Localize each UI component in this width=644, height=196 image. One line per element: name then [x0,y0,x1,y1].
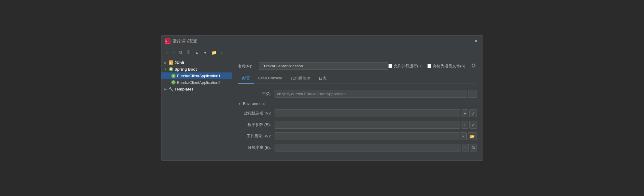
svg-point-15 [173,82,174,83]
svg-point-9 [170,69,171,70]
program-args-add-button[interactable]: + [462,121,468,129]
env-vars-input-group: − ⧉ [275,144,477,152]
move-up-button[interactable]: ▲ [193,49,200,56]
close-button[interactable]: × [473,38,479,44]
tab-config[interactable]: 配置 [238,74,254,84]
tab-grep-console[interactable]: Grep Console [254,74,287,84]
junit-icon: J [169,60,173,65]
environment-label: Environment [243,101,265,106]
env-vars-row: 环境变量 (E): − ⧉ [238,144,477,152]
main-class-row: 主类: ... [238,90,477,98]
svg-text:I: I [166,40,167,43]
junit-label: JUnit [175,60,185,65]
tree-item-app1[interactable]: EurekaClientApplication1 [161,72,232,79]
jvm-input[interactable] [275,109,460,117]
tree-item-templates[interactable]: ▶ 🔧 Templates [161,86,232,92]
app1-label: EurekaClientApplication1 [177,74,221,78]
app-icon: I J [165,38,170,44]
options-gear-button[interactable] [470,63,477,69]
tree-item-app2[interactable]: EurekaClientApplication2 [161,79,232,86]
add-button[interactable]: + [164,49,170,56]
name-input[interactable] [259,62,389,70]
store-file-checkbox[interactable] [427,64,431,68]
jvm-add-button[interactable]: + [462,109,468,117]
spring-boot-label: Spring Boot [175,67,197,72]
env-vars-clipboard-button[interactable]: ⧉ [470,144,477,152]
spring-boot-icon [169,67,173,72]
settings-button[interactable] [185,49,192,56]
folder-button[interactable]: 📁 [210,49,218,56]
app2-icon [171,80,176,85]
tree-item-spring-boot[interactable]: ▼ Spring Boot [161,66,232,72]
main-class-input[interactable] [275,90,467,98]
program-args-input-group: + ⤢ [275,121,477,129]
svg-point-4 [188,51,189,53]
config-form: 主类: ... ▼ Environment 虚拟机选项 (V): [238,89,477,156]
working-dir-label: 工作目录 (W): [238,133,271,139]
working-dir-row: 工作目录 (W): + 📂 [238,132,477,140]
store-file-label[interactable]: 存储为项目文件(S) [433,63,465,69]
working-dir-input[interactable] [275,132,459,140]
left-panel: ▶ J JUnit ▼ Spring Boot EurekaClientAp [161,58,232,161]
name-section: 名称(N): [238,62,389,70]
svg-text:J: J [168,40,169,43]
parallel-run-row: 允许并行运行(U) [388,63,423,69]
environment-arrow: ▼ [238,102,241,106]
program-args-expand-button[interactable]: ⤢ [469,121,477,129]
tab-bar: 配置 Grep Console 代码覆盖率 日志 [238,74,477,84]
jvm-expand-button[interactable]: ⤢ [469,109,477,117]
spring-boot-arrow: ▼ [164,67,167,71]
run-debug-config-dialog: I J 运行/调试配置 × + − ⧉ ▲ ▼ 📁 ↕ ▶ [161,35,483,161]
main-class-input-group: ... [275,90,477,98]
templates-icon: 🔧 [169,87,173,91]
env-vars-minus-button[interactable]: − [462,144,469,152]
svg-text:J: J [170,61,171,64]
title-bar-left: I J 运行/调试配置 [165,38,197,44]
jvm-options-row: 虚拟机选项 (V): + ⤢ [238,109,477,117]
working-dir-folder-button[interactable]: 📂 [468,132,477,140]
program-args-row: 程序参数 (R): + ⤢ [238,121,477,129]
copy-button[interactable]: ⧉ [178,49,184,56]
move-down-button[interactable]: ▼ [202,49,209,56]
parallel-run-label[interactable]: 允许并行运行(U) [394,63,423,69]
settings-icon [186,50,191,54]
main-content: ▶ J JUnit ▼ Spring Boot EurekaClientAp [161,58,483,161]
templates-arrow: ▶ [164,87,167,91]
right-checkboxes: 允许并行运行(U) 存储为项目文件(S) [388,63,477,69]
toolbar: + − ⧉ ▲ ▼ 📁 ↕ [161,47,483,58]
sort-button[interactable]: ↕ [219,49,224,56]
junit-arrow: ▶ [164,61,167,64]
app1-icon [171,73,176,78]
tab-logs[interactable]: 日志 [314,74,331,84]
right-panel: 名称(N): 允许并行运行(U) 存储为项目文件(S) [232,58,483,161]
jvm-label: 虚拟机选项 (V): [238,111,271,116]
parallel-run-checkbox[interactable] [388,64,392,68]
svg-point-12 [173,75,174,76]
env-vars-label: 环境变量 (E): [238,145,271,150]
dialog-title: 运行/调试配置 [173,38,197,44]
working-dir-add-button[interactable]: + [460,132,467,140]
header-top: 名称(N): 允许并行运行(U) 存储为项目文件(S) [238,62,477,70]
tab-coverage[interactable]: 代码覆盖率 [287,74,314,84]
remove-button[interactable]: − [171,49,176,56]
name-label: 名称(N): [238,63,256,69]
store-file-row: 存储为项目文件(S) [427,63,465,69]
env-vars-input[interactable] [275,144,461,152]
program-args-input[interactable] [275,121,460,129]
title-bar: I J 运行/调试配置 × [161,35,483,47]
environment-section-header: ▼ Environment [238,101,477,106]
tree-item-junit[interactable]: ▶ J JUnit [161,59,232,66]
program-args-label: 程序参数 (R): [238,122,271,127]
working-dir-input-group: + 📂 [275,132,477,140]
main-class-browse-button[interactable]: ... [468,90,477,98]
app2-label: EurekaClientApplication2 [177,80,221,85]
gear-icon [471,63,476,68]
jvm-input-group: + ⤢ [275,109,477,117]
svg-point-16 [473,65,474,66]
templates-label: Templates [175,87,194,91]
main-class-label: 主类: [238,91,271,96]
